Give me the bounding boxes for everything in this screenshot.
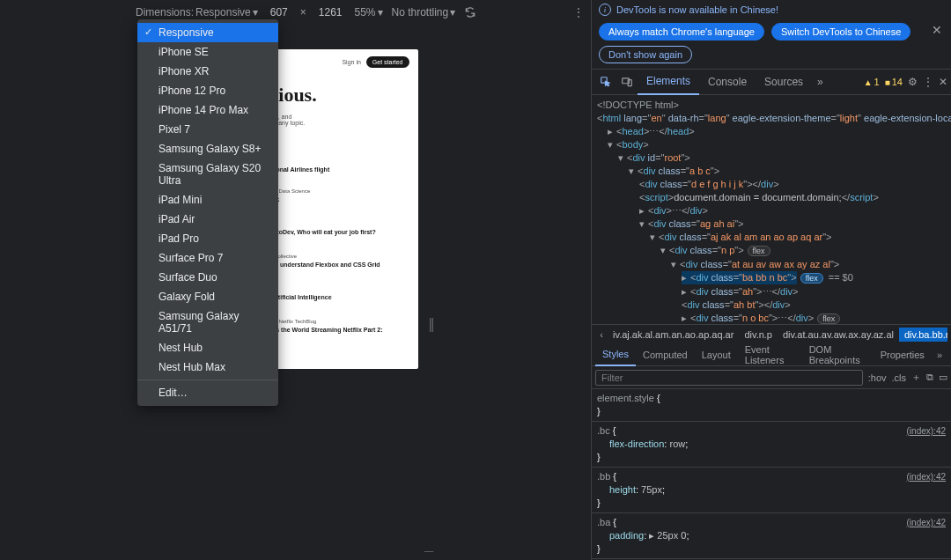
dimensions-dropdown[interactable]: Dimensions: Responsive ▾ <box>136 6 258 18</box>
subtab-computed[interactable]: Computed <box>636 343 695 366</box>
hero-title: rious. <box>270 84 404 107</box>
device-toolbar: Dimensions: Responsive ▾ 607 × 1261 55% … <box>0 0 591 25</box>
tab-console[interactable]: Console <box>699 69 756 95</box>
height-input[interactable]: 1261 <box>315 4 346 20</box>
subtab-layout[interactable]: Layout <box>695 343 738 366</box>
warnings-count[interactable]: ▲1 <box>864 77 880 87</box>
breadcrumb: ‹ iv.aj.ak.al.am.an.ao.ap.aq.ardiv.n.pdi… <box>592 324 951 343</box>
device-option[interactable]: Galaxy Fold <box>137 287 278 306</box>
always-match-button[interactable]: Always match Chrome's language <box>599 23 764 41</box>
styles-filter-input[interactable] <box>595 370 863 386</box>
device-option[interactable]: Surface Duo <box>137 268 278 287</box>
chevron-down-icon: ▾ <box>450 6 455 18</box>
dom-tree[interactable]: <!DOCTYPE html><html lang="en" data-rh="… <box>592 95 951 324</box>
more-icon[interactable]: ⋮ <box>923 76 933 88</box>
settings-icon[interactable]: ⚙ <box>908 76 918 88</box>
crumb-scroll-left[interactable]: ‹ <box>595 329 608 340</box>
width-input[interactable]: 607 <box>267 4 291 20</box>
device-option[interactable]: iPad Pro <box>137 229 278 248</box>
device-option[interactable]: iPhone XR <box>137 62 278 81</box>
locale-notice: i DevTools is now available in Chinese! <box>592 0 951 19</box>
computed-toggle-icon[interactable]: ▭ <box>939 372 947 383</box>
breadcrumb-item[interactable]: div.n.p <box>739 328 778 342</box>
device-option[interactable]: iPhone 12 Pro <box>137 81 278 100</box>
get-started-button[interactable]: Get started <box>366 56 409 68</box>
tabs-overflow-icon[interactable]: » <box>812 69 829 95</box>
switch-language-button[interactable]: Switch DevTools to Chinese <box>771 23 910 41</box>
device-option[interactable]: Samsung Galaxy S20 Ultra <box>137 158 278 190</box>
resize-handle-bottom[interactable]: ⸺ <box>423 543 435 557</box>
notice-text: DevTools is now available in Chinese! <box>616 4 778 15</box>
subtab-properties[interactable]: Properties <box>874 343 932 366</box>
device-edit[interactable]: Edit… <box>137 383 278 402</box>
chevron-down-icon: ▾ <box>378 6 383 18</box>
chevron-down-icon: ▾ <box>253 6 258 18</box>
device-option[interactable]: iPhone 14 Pro Max <box>137 100 278 120</box>
more-options-icon[interactable]: ⋮ <box>573 6 584 18</box>
device-option[interactable]: Nest Hub <box>137 338 278 357</box>
dimensions-label: Dimensions: <box>136 6 194 18</box>
breadcrumb-item[interactable]: div.at.au.av.aw.ax.ay.az.al <box>778 328 899 342</box>
breadcrumb-item[interactable]: iv.aj.ak.al.am.an.ao.ap.aq.ar <box>608 328 739 342</box>
tab-sources[interactable]: Sources <box>756 69 812 95</box>
subtabs-overflow-icon[interactable]: » <box>932 350 947 360</box>
dimensions-value: Responsive <box>195 6 251 18</box>
zoom-dropdown[interactable]: 55% ▾ <box>354 6 382 18</box>
breadcrumb-item[interactable]: div.ba.bb.n.bc <box>899 328 947 342</box>
device-option[interactable]: iPad Mini <box>137 190 278 210</box>
subtab-event-listeners[interactable]: Event Listeners <box>738 343 802 366</box>
new-style-icon[interactable]: ＋ <box>911 371 921 384</box>
device-option[interactable]: Samsung Galaxy A51/71 <box>137 306 278 338</box>
device-dropdown-menu: ResponsiveiPhone SEiPhone XRiPhone 12 Pr… <box>137 19 278 406</box>
times-icon: × <box>300 6 306 18</box>
subtab-dom-breakpoints[interactable]: DOM Breakpoints <box>802 343 874 366</box>
device-mode-icon[interactable] <box>616 76 638 88</box>
device-option[interactable]: iPad Air <box>137 210 278 229</box>
tab-elements[interactable]: Elements <box>638 69 699 95</box>
source-link[interactable]: (index):42 <box>907 516 946 529</box>
rotate-icon[interactable] <box>464 6 476 18</box>
dont-show-button[interactable]: Don't show again <box>599 46 692 63</box>
device-option[interactable]: Samsung Galaxy S8+ <box>137 139 278 158</box>
device-option[interactable]: Pixel 7 <box>137 120 278 139</box>
resize-handle-right[interactable]: ‖ <box>428 315 435 332</box>
viewport: Sign in Get started rious. ing, andon an… <box>0 25 591 560</box>
device-option[interactable]: Nest Hub Max <box>137 357 278 377</box>
copy-styles-icon[interactable]: ⧉ <box>926 372 933 383</box>
styles-subtabs: StylesComputedLayoutEvent ListenersDOM B… <box>592 343 951 366</box>
errors-count[interactable]: ■14 <box>885 77 903 87</box>
cls-toggle[interactable]: .cls <box>892 372 907 383</box>
throttle-dropdown[interactable]: No throttling ▾ <box>392 6 456 18</box>
sign-in-link[interactable]: Sign in <box>342 59 360 65</box>
source-link[interactable]: (index):42 <box>907 424 946 438</box>
device-option[interactable]: iPhone SE <box>137 42 278 62</box>
hov-toggle[interactable]: :hov <box>868 372 887 383</box>
close-devtools-icon[interactable]: ✕ <box>939 76 947 88</box>
throttle-value: No throttling <box>392 6 449 18</box>
device-option[interactable]: Surface Pro 7 <box>137 248 278 268</box>
close-icon[interactable]: ✕ <box>932 23 942 37</box>
devtools-tabs: Elements Console Sources » ▲1 ■14 ⚙ ⋮ ✕ <box>592 69 951 95</box>
subtab-styles[interactable]: Styles <box>595 343 636 366</box>
info-icon: i <box>599 4 611 16</box>
zoom-value: 55% <box>354 6 375 18</box>
source-link[interactable]: (index):42 <box>907 470 946 483</box>
article-publication: Netflix TechBlog <box>278 319 316 324</box>
device-option[interactable]: Responsive <box>137 23 278 42</box>
inspect-icon[interactable] <box>595 76 616 88</box>
styles-panel[interactable]: element.style {}(index):42.bc {flex-dire… <box>592 389 951 560</box>
